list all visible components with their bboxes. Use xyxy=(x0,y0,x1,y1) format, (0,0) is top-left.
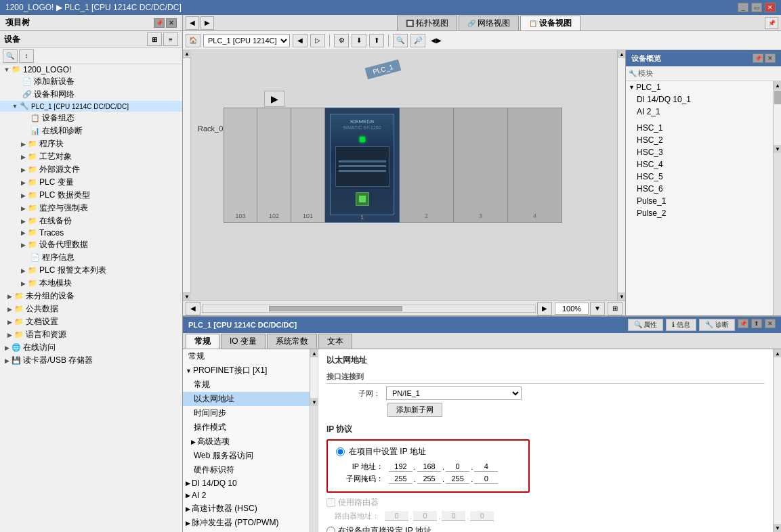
sidebar-tb-btn1[interactable]: 🔍 xyxy=(3,49,18,63)
router-octet-2[interactable] xyxy=(413,511,437,521)
tree-item-unclassified[interactable]: ▶ 📁 未分组的设备 xyxy=(0,290,182,303)
prop-tree-ethernet[interactable]: 以太网地址 xyxy=(183,392,310,406)
properties-info-btn[interactable]: ℹ 信息 xyxy=(666,319,696,331)
prop-tab-io[interactable]: IO 变量 xyxy=(221,334,266,349)
prop-tree-hsc[interactable]: ▶ 高速计数器 (HSC) xyxy=(183,502,310,516)
ip-radio-project[interactable] xyxy=(336,447,345,456)
tree-item-online[interactable]: ▶ 🌐 在线访问 xyxy=(0,341,182,354)
prop-tree-opmode[interactable]: 操作模式 xyxy=(183,420,310,435)
tree-item-device-proxy[interactable]: ▶ 📁 设备代理数据 xyxy=(0,238,182,251)
overview-scroll-down[interactable]: ▼ xyxy=(774,145,781,153)
prop-tab-text[interactable]: 文本 xyxy=(318,334,352,349)
tb-btn2[interactable]: ▷ xyxy=(310,34,325,47)
properties-expand-btn[interactable]: ⬆ xyxy=(751,319,762,328)
minimize-btn[interactable]: _ xyxy=(738,3,748,12)
tab-topology[interactable]: 🔲 拓扑视图 xyxy=(397,16,457,30)
device-view-btn1[interactable]: ⊞ xyxy=(147,32,162,46)
tb-zoom-in-btn[interactable]: 🔍 xyxy=(393,34,408,47)
tree-item-add-device[interactable]: 📄 添加新设备 xyxy=(0,75,182,88)
fit-btn[interactable]: ⊞ xyxy=(608,302,622,315)
tree-item-monitor[interactable]: ▶ 📁 监控与强制表 xyxy=(0,202,182,215)
tree-item-plc-types[interactable]: ▶ 📁 PLC 数据类型 xyxy=(0,189,182,202)
overview-item-hsc6[interactable]: HSC_6 xyxy=(626,183,773,195)
zoom-dropdown-btn[interactable]: ▼ xyxy=(590,302,605,315)
prop-tree-timesync[interactable]: 时间同步 xyxy=(183,406,310,420)
device-view-btn2[interactable]: ≡ xyxy=(163,32,178,46)
home-btn[interactable]: 🏠 xyxy=(186,34,200,47)
router-octet-3[interactable] xyxy=(442,511,465,521)
prop-tree-general[interactable]: 常规 xyxy=(183,349,310,363)
ip-octet-3[interactable] xyxy=(446,462,469,472)
overview-item-hsc4[interactable]: HSC_4 xyxy=(626,158,773,171)
overview-item-hsc5[interactable]: HSC_5 xyxy=(626,171,773,183)
prop-tree-profinet[interactable]: ▼ PROFINET接口 [X1] xyxy=(183,363,310,378)
tree-item-ext-src[interactable]: ▶ 📁 外部源文件 xyxy=(0,163,182,176)
tab-device[interactable]: 📋 设备视图 xyxy=(520,16,581,30)
tree-item-common[interactable]: ▶ 📁 公共数据 xyxy=(0,303,182,315)
tree-item-plc-var[interactable]: ▶ 📁 PLC 变量 xyxy=(0,176,182,189)
tree-item-doc[interactable]: ▶ 📁 文档设置 xyxy=(0,315,182,328)
overview-item-pulse1[interactable]: Pulse_1 xyxy=(626,195,773,207)
tree-item-traces[interactable]: ▶ 📁 Traces xyxy=(0,227,182,238)
tree-item-card[interactable]: ▶ 💾 读卡器/USB 存储器 xyxy=(0,354,182,367)
prop-tree-scroll-up[interactable]: ▲ xyxy=(310,349,318,357)
properties-diag-btn[interactable]: 🔧 诊断 xyxy=(699,319,735,331)
tb-btn1[interactable]: ◀ xyxy=(293,34,308,47)
tb-download-btn[interactable]: ⬇ xyxy=(352,34,366,47)
overview-item-hsc2[interactable]: HSC_2 xyxy=(626,134,773,146)
ip-radio-device[interactable] xyxy=(326,527,335,532)
tb-zoom-out-btn[interactable]: 🔎 xyxy=(410,34,425,47)
prop-tree-ai2[interactable]: ▶ AI 2 xyxy=(183,489,310,502)
overview-close-btn[interactable]: ✕ xyxy=(765,53,776,63)
pin-panel-btn[interactable]: 📌 xyxy=(765,17,778,29)
subnet-octet-4[interactable] xyxy=(474,474,498,484)
tree-item-root[interactable]: ▼ 📁 1200_LOGO! xyxy=(0,64,182,75)
scroll-right-btn[interactable]: ▶ xyxy=(537,302,552,315)
prop-tree-hwid[interactable]: 硬件标识符 xyxy=(183,463,310,477)
tree-item-plc-report[interactable]: ▶ 📁 PLC 报警文本列表 xyxy=(0,264,182,277)
subnet-octet-2[interactable] xyxy=(417,474,441,484)
tree-item-config[interactable]: 📋 设备组态 xyxy=(0,112,182,125)
prop-tree-scroll-down[interactable]: ▼ xyxy=(310,398,318,406)
content-scroll-up[interactable]: ▲ xyxy=(774,349,781,357)
expand-btn[interactable]: ▶ xyxy=(264,91,284,107)
ip-octet-2[interactable] xyxy=(417,462,441,472)
tab-network[interactable]: 🔗 网络视图 xyxy=(459,16,519,30)
overview-item-hsc1[interactable]: HSC_1 xyxy=(626,122,773,134)
overview-item-plc1[interactable]: ▼ PLC_1 xyxy=(626,81,773,93)
properties-attr-btn[interactable]: 🔍 属性 xyxy=(628,319,664,331)
prop-tree-general2[interactable]: 常规 xyxy=(183,378,310,392)
prop-tree-di14[interactable]: ▶ DI 14/DQ 10 xyxy=(183,477,310,489)
properties-pin-btn[interactable]: 📌 xyxy=(738,319,748,328)
tree-item-online-backup[interactable]: ▶ 📁 在线备份 xyxy=(0,215,182,227)
tb-upload-btn[interactable]: ⬆ xyxy=(369,34,384,47)
overview-item-hsc3[interactable]: HSC_3 xyxy=(626,146,773,158)
tree-item-lang[interactable]: ▶ 📁 语言和资源 xyxy=(0,328,182,341)
subnet-octet-3[interactable] xyxy=(446,474,469,484)
canvas-scroll-up[interactable]: ▲ xyxy=(618,50,625,58)
scroll-left-btn[interactable]: ◀ xyxy=(186,302,200,315)
nav-back-btn[interactable]: ◀ xyxy=(186,16,199,30)
prop-tab-general[interactable]: 常规 xyxy=(186,334,219,349)
prop-tree-webserver[interactable]: Web 服务器访问 xyxy=(183,449,310,463)
router-octet-1[interactable] xyxy=(385,511,408,521)
close-btn[interactable]: ✕ xyxy=(765,3,776,12)
ip-octet-4[interactable] xyxy=(474,462,498,472)
prop-tree-advanced[interactable]: ▶ 高级选项 xyxy=(183,435,310,449)
tree-item-prog-blocks[interactable]: ▶ 📁 程序块 xyxy=(0,137,182,150)
properties-close-btn[interactable]: ✕ xyxy=(765,319,776,328)
router-octet-4[interactable] xyxy=(470,511,494,521)
add-subnet-btn[interactable]: 添加新子网 xyxy=(387,403,442,417)
tree-item-prog-info[interactable]: 📄 程序信息 xyxy=(0,251,182,264)
scroll-down-btn[interactable]: ▼ xyxy=(183,292,191,301)
sidebar-close-btn[interactable]: ✕ xyxy=(166,18,177,28)
sidebar-tb-btn2[interactable]: ↕ xyxy=(19,49,34,63)
canvas-scroll[interactable]: ▲ ▼ PLC_1 Rack_0 ▶ xyxy=(183,50,625,301)
overview-item-di[interactable]: DI 14/DQ 10_1 xyxy=(626,93,773,106)
prop-tab-sysconst[interactable]: 系统常数 xyxy=(267,334,317,349)
tb-compile-btn[interactable]: ⚙ xyxy=(334,34,349,47)
content-scroll-down[interactable]: ▼ xyxy=(774,524,781,532)
nav-fwd-btn[interactable]: ▶ xyxy=(200,16,214,30)
scroll-up-btn[interactable]: ▲ xyxy=(183,50,191,58)
overview-scroll-up[interactable]: ▲ xyxy=(774,81,781,89)
